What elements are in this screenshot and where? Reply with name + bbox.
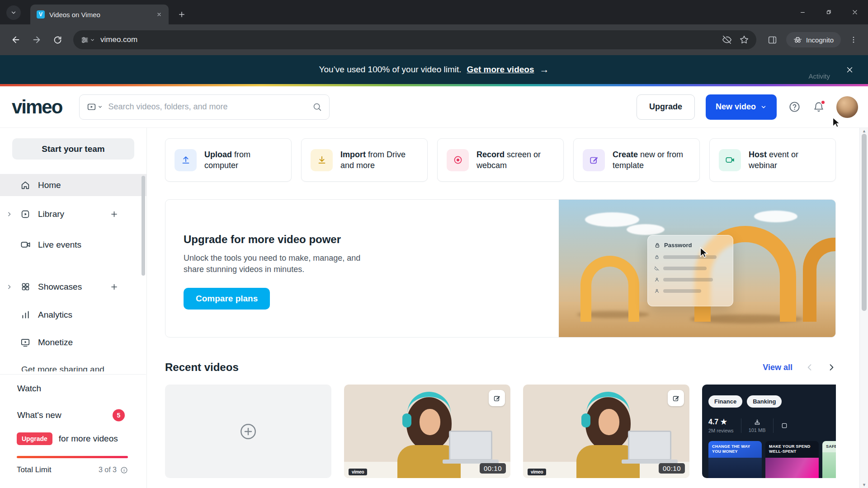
host-action-card[interactable]: Host event or webinar [709,138,836,182]
url-text[interactable]: vimeo.com [100,35,137,44]
promo-title: Upgrade for more video power [184,233,509,246]
forward-button[interactable] [27,30,46,49]
upgrade-button[interactable]: Upgrade [637,94,695,120]
sidebar-nav: Home Library [0,174,146,353]
close-window-button[interactable] [842,0,868,24]
restore-button[interactable] [816,0,842,24]
duration-badge: 00:10 [480,463,506,474]
sidebar-item-live-events[interactable]: Live events [0,234,146,256]
recent-videos-header: Recent videos View all [165,361,836,374]
edit-video-icon[interactable] [489,390,505,406]
browser-menu-icon[interactable] [845,32,862,48]
recent-videos-title: Recent videos [165,361,239,374]
compare-plans-button[interactable]: Compare plans [184,288,270,310]
password-card: Password [647,235,733,306]
search-scope-dropdown[interactable] [87,102,108,112]
chevron-right-icon[interactable] [6,284,12,290]
minimize-button[interactable] [789,0,816,24]
reload-button[interactable] [48,30,67,49]
start-your-team-button[interactable]: Start your team [12,138,134,160]
chevron-right-icon[interactable] [6,211,12,217]
create-action-card[interactable]: Create new or from template [573,138,700,182]
quick-action-label: Create new or from template [613,149,685,171]
sidebar-scrollbar[interactable] [142,176,145,276]
upgrade-badge[interactable]: Upgrade [17,432,52,445]
storage-progress-bar [17,456,128,458]
record-icon [447,149,469,171]
site-settings-icon[interactable] [80,36,95,44]
sidebar-item-showcases[interactable]: Showcases [0,276,146,298]
scroll-up-icon[interactable]: ▲ [860,129,868,133]
carousel-next-icon[interactable] [827,363,836,372]
view-all-link[interactable]: View all [763,363,793,372]
video-library-icon [87,102,96,112]
scroll-down-icon[interactable]: ▼ [860,483,868,487]
sidebar-item-whats-new[interactable]: What's new 5 [0,404,146,426]
sidebar-item-watch[interactable]: Watch [0,377,146,399]
add-library-icon[interactable] [110,210,118,218]
sidebar-item-truncated[interactable]: Get more sharing and [21,364,104,371]
sidebar: Start your team Home Library [0,128,147,488]
browser-tab[interactable]: V Videos on Vimeo [30,5,169,24]
tab-close-icon[interactable] [154,9,164,19]
notifications-button[interactable] [812,100,826,114]
edit-video-icon[interactable] [668,390,684,406]
search-input[interactable] [108,102,312,112]
scrollbar-thumb[interactable] [862,134,867,311]
category-chip: Finance [708,395,742,408]
address-bar[interactable]: vimeo.com [73,30,756,49]
main-content: Upload from computer Import from Drive a… [147,128,868,488]
upload-action-card[interactable]: Upload from computer [165,138,292,182]
search-icon[interactable] [312,102,322,112]
sidebar-upgrade-row[interactable]: Upgrade for more videos [17,432,146,445]
sidebar-item-home[interactable]: Home [0,174,146,196]
carousel-prev-icon[interactable] [805,363,814,372]
activity-tooltip: Activity [808,72,830,80]
chevron-down-icon [10,9,17,16]
upgrade-promo-card: Upgrade for more video power Unlock the … [165,199,836,338]
search-bar[interactable] [79,94,330,120]
lock-icon [654,242,660,249]
vimeo-favicon: V [37,10,45,19]
app-rating: 4.7 ★ [708,418,734,426]
new-tab-button[interactable] [174,7,189,22]
quick-action-label: Upload from computer [204,149,277,171]
tab-search-button[interactable] [6,5,21,20]
page-scrollbar[interactable]: ▲ ▼ [859,128,868,488]
upgrade-text: for more videos [59,434,118,444]
import-action-card[interactable]: Import from Drive and more [301,138,428,182]
promo-body: Unlock the tools you need to make, manag… [184,253,382,275]
help-button[interactable] [788,100,801,114]
video-thumbnail[interactable]: vimeo 00:10 [523,385,689,478]
get-more-videos-link[interactable]: Get more videos [467,65,534,75]
record-action-card[interactable]: Record screen or webcam [437,138,564,182]
home-icon [20,180,31,191]
recent-videos-row: vimeo 00:10 vimeo 00:10 [165,385,836,478]
window-controls [789,0,868,24]
new-video-button[interactable]: New video [706,94,777,120]
password-label: Password [664,242,692,249]
sidebar-item-library[interactable]: Library [0,203,146,225]
library-icon [20,209,31,220]
sidebar-item-monetize[interactable]: Monetize [0,331,146,353]
total-limit-label: Total Limit [17,465,52,474]
analytics-icon [20,310,31,320]
video-thumbnail[interactable]: Finance Banking 4.7 ★ 2M reviews 101 MB [702,385,836,478]
chevron-down-icon [98,104,103,109]
back-button[interactable] [6,30,25,49]
vimeo-logo[interactable]: vimeo [12,98,62,117]
side-panel-icon[interactable] [763,30,782,49]
add-showcase-icon[interactable] [110,282,118,291]
promo-illustration: Password [559,200,835,337]
banner-close-icon[interactable] [842,62,857,77]
bookmark-star-icon[interactable] [739,35,749,45]
new-video-label: New video [716,102,756,112]
sidebar-item-label: Showcases [38,282,82,292]
info-icon[interactable] [120,466,128,474]
incognito-badge: Incognito [786,32,841,47]
avatar[interactable] [836,96,858,118]
video-thumbnail[interactable]: vimeo 00:10 [344,385,510,478]
add-video-placeholder[interactable] [165,385,331,478]
sidebar-item-analytics[interactable]: Analytics [0,304,146,326]
preview-hidden-icon[interactable] [722,35,732,45]
